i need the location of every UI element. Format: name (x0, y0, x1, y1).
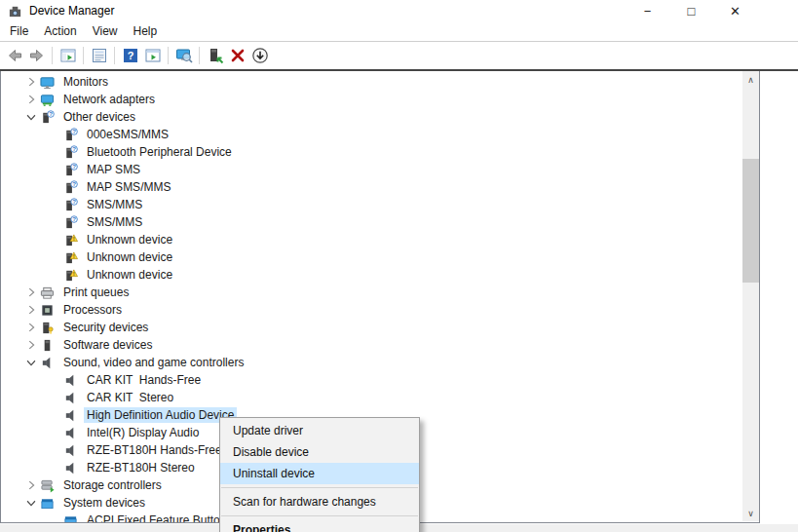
storage-controller-icon (40, 478, 55, 493)
toolbar-separator (168, 47, 169, 64)
scan-computer-button[interactable] (172, 44, 195, 66)
tree-item-unknown-device[interactable]: !Unknown device (1, 231, 742, 248)
tree-item-unknown-device[interactable]: !Unknown device (1, 266, 742, 284)
window-title: Device Manager (29, 4, 114, 18)
tree-item-label: Storage controllers (60, 477, 165, 493)
toolbar: ? (3, 42, 271, 68)
tree-item-label: SMS/MMS (84, 214, 145, 230)
back-button[interactable] (3, 44, 25, 66)
tree-item-car-kit-hands-free[interactable]: CAR KIT Hands-Free (1, 371, 742, 389)
menu-view[interactable]: View (85, 21, 126, 41)
chevron-down-icon[interactable] (24, 110, 38, 124)
menu-item-uninstall-device[interactable]: Uninstall device (220, 463, 419, 484)
menu-separator (221, 487, 418, 488)
uninstall-device-icon (229, 47, 247, 64)
svg-text:?: ? (127, 50, 133, 61)
tree-item-map-sms[interactable]: ?MAP SMS (1, 161, 742, 178)
scan-hardware-button[interactable] (248, 44, 271, 66)
tree-item-security-devices[interactable]: Security devices (1, 319, 742, 336)
tree-item-other-devices[interactable]: ?Other devices (1, 108, 742, 126)
menu-item-disable-device[interactable]: Disable device (220, 441, 419, 463)
tree-item-processors[interactable]: Processors (1, 301, 742, 319)
tree-item-000esms-mms[interactable]: ?000eSMS/MMS (1, 126, 742, 143)
svg-text:?: ? (72, 198, 76, 205)
device-question-icon: ? (40, 110, 55, 125)
title-bar: Device Manager − □ ✕ (0, 0, 798, 21)
help-button[interactable]: ? (119, 44, 141, 66)
tree-item-label: Network adapters (60, 92, 158, 107)
close-button[interactable]: ✕ (713, 0, 757, 21)
chevron-down-icon[interactable] (24, 496, 38, 510)
console-tree-button[interactable] (57, 44, 79, 66)
tree-item-sound-video-and-game-controllers[interactable]: Sound, video and game controllers (1, 354, 742, 371)
menu-file[interactable]: File (2, 21, 36, 41)
speaker-icon (63, 373, 78, 388)
tree-item-network-adapters[interactable]: Network adapters (1, 91, 742, 108)
vertical-scrollbar[interactable]: ∧ ∨ (742, 71, 759, 521)
device-manager-icon (8, 4, 22, 19)
tree-item-software-devices[interactable]: Software devices (1, 336, 742, 354)
scroll-up-button[interactable]: ∧ (742, 71, 759, 88)
scroll-down-button[interactable]: ∨ (742, 505, 759, 521)
chevron-right-icon[interactable] (24, 478, 38, 492)
toolbar-separator (83, 47, 84, 64)
tree-item-unknown-device[interactable]: !Unknown device (1, 248, 742, 266)
monitor-icon (40, 75, 55, 90)
minimize-button[interactable]: − (626, 0, 669, 21)
device-question-icon: ? (63, 128, 78, 142)
printer-icon (40, 285, 55, 300)
action-pane-button[interactable] (141, 44, 164, 66)
system-device-icon (40, 496, 55, 511)
tree-item-print-queues[interactable]: Print queues (1, 284, 742, 301)
tree-item-label: Unknown device (84, 249, 175, 265)
menu-item-properties[interactable]: Properties (220, 519, 419, 532)
svg-text:?: ? (72, 145, 76, 152)
scrollbar-thumb[interactable] (742, 159, 759, 283)
update-driver-button[interactable] (204, 44, 226, 66)
tree-item-bluetooth-peripheral-device[interactable]: ?Bluetooth Peripheral Device (1, 143, 742, 161)
tree-item-sms-mms[interactable]: ?SMS/MMS (1, 196, 742, 213)
tree-item-label: Other devices (60, 109, 138, 125)
chevron-right-icon[interactable] (24, 303, 38, 317)
tree-item-label: Unknown device (84, 232, 175, 247)
chevron-down-icon[interactable] (24, 356, 38, 369)
chevron-right-icon[interactable] (24, 321, 38, 334)
menu-help[interactable]: Help (126, 21, 166, 41)
security-device-icon (40, 321, 55, 335)
menu-item-scan-for-hardware-changes[interactable]: Scan for hardware changes (220, 491, 419, 513)
svg-text:?: ? (49, 110, 53, 117)
device-question-icon: ? (63, 198, 78, 212)
tree-item-map-sms-mms[interactable]: ?MAP SMS/MMS (1, 178, 742, 196)
tree-item-car-kit-stereo[interactable]: CAR KIT Stereo (1, 389, 742, 406)
forward-button[interactable] (25, 44, 48, 66)
device-warning-icon: ! (63, 250, 78, 265)
chevron-right-icon[interactable] (24, 338, 38, 352)
tree-item-label: RZE-BT180H Stereo (84, 460, 198, 475)
forward-icon (28, 47, 46, 64)
device-warning-icon: ! (63, 233, 78, 247)
svg-text:?: ? (72, 215, 76, 222)
tree-item-monitors[interactable]: Monitors (1, 73, 742, 91)
tree-item-label: Software devices (60, 337, 155, 353)
tree-item-label: Sound, video and game controllers (60, 355, 247, 370)
chevron-right-icon[interactable] (24, 285, 38, 299)
tree-item-label: High Definition Audio Device (84, 407, 237, 423)
tree-item-label: Print queues (60, 285, 132, 300)
speaker-icon (63, 391, 78, 405)
menu-separator (221, 515, 418, 516)
tree-item-label: Monitors (60, 74, 111, 90)
help-icon: ? (122, 47, 139, 64)
window-controls: − □ ✕ (626, 0, 757, 21)
maximize-button[interactable]: □ (669, 0, 713, 21)
tree-item-sms-mms[interactable]: ?SMS/MMS (1, 213, 742, 231)
menu-item-update-driver[interactable]: Update driver (220, 420, 419, 441)
context-menu: Update driverDisable deviceUninstall dev… (219, 417, 420, 532)
chevron-right-icon[interactable] (24, 75, 38, 89)
chevron-right-icon[interactable] (24, 93, 38, 106)
scroll-down-icon: ∨ (747, 509, 754, 518)
scroll-up-icon: ∧ (747, 75, 754, 85)
properties-button[interactable] (88, 44, 110, 66)
tree-item-label: 000eSMS/MMS (84, 127, 171, 142)
uninstall-device-button[interactable] (226, 44, 248, 66)
menu-action[interactable]: Action (36, 21, 84, 41)
